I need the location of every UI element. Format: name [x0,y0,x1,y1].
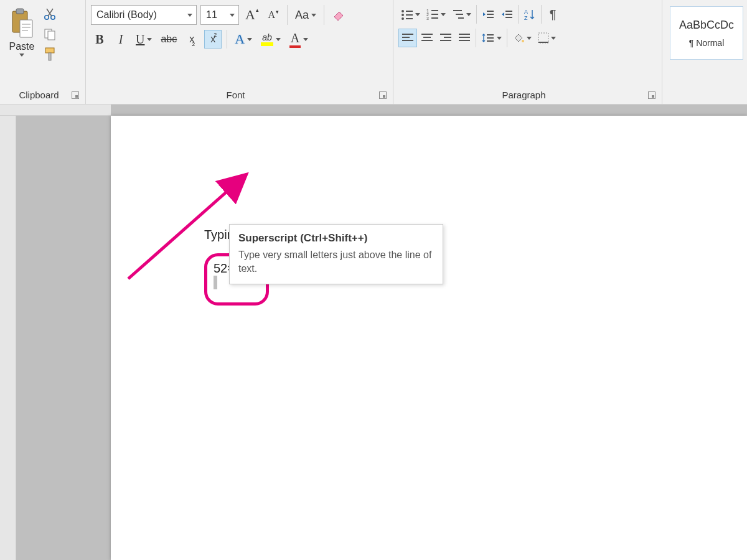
subscript-button[interactable]: x2 [183,30,200,49]
bullets-button[interactable] [398,5,423,24]
highlight-button[interactable]: ab [258,30,283,49]
svg-text:A: A [524,9,528,15]
copy-button[interactable] [41,26,59,42]
group-label-font: Font [92,90,379,100]
svg-rect-15 [406,14,413,16]
svg-rect-24 [453,10,462,11]
underline-button[interactable]: U [133,30,154,49]
svg-rect-37 [402,40,413,41]
page[interactable]: Typing Exponents 52=25 [111,116,747,560]
strikethrough-button[interactable]: abc [158,30,179,49]
font-dialog-launcher[interactable] [379,91,387,99]
svg-rect-9 [48,31,55,40]
justify-button[interactable] [456,29,473,47]
group-styles: AaBbCcDc ¶ Normal [662,0,747,104]
scissors-icon [43,7,57,21]
paragraph-dialog-launcher[interactable] [648,91,655,99]
svg-rect-41 [440,34,451,35]
text-effects-button[interactable]: A [232,30,255,49]
chevron-down-icon [247,38,252,41]
svg-rect-44 [459,34,470,35]
svg-text:Z: Z [524,15,528,21]
svg-rect-38 [421,34,433,35]
multilevel-list-button[interactable] [449,5,474,24]
decrease-indent-button[interactable] [479,5,497,24]
svg-rect-1 [16,9,24,14]
vertical-ruler [0,105,16,560]
align-left-button[interactable] [398,29,417,47]
bold-button[interactable]: B [91,30,108,49]
paste-icon [9,7,35,40]
sort-button[interactable]: AZ [521,5,538,24]
grow-font-button[interactable]: A ▴ [243,6,261,24]
svg-point-12 [402,10,404,12]
change-case-button[interactable]: Aa [293,6,319,24]
group-paragraph: 123 AZ ¶ [393,0,662,104]
justify-icon [458,33,471,43]
format-painter-icon [43,47,57,62]
chevron-down-icon [147,38,152,41]
chevron-down-icon [230,14,235,17]
svg-rect-26 [458,17,464,19]
paste-label: Paste [9,41,35,52]
chevron-down-icon [303,38,308,41]
paint-bucket-icon [512,32,525,44]
svg-rect-43 [440,40,451,41]
svg-rect-48 [487,37,494,39]
svg-rect-52 [538,42,548,43]
caret-down-icon: ▾ [276,9,279,15]
increase-indent-button[interactable] [498,5,515,24]
svg-rect-4 [22,27,31,28]
svg-rect-3 [22,24,31,25]
style-normal[interactable]: AaBbCcDc ¶ Normal [670,6,743,60]
font-name-value: Calibri (Body) [96,9,157,21]
paste-button[interactable]: Paste [5,5,39,59]
copy-icon [43,27,57,41]
align-right-button[interactable] [437,29,454,47]
svg-rect-45 [459,37,470,38]
format-painter-button[interactable] [41,46,59,62]
show-marks-button[interactable]: ¶ [544,5,561,24]
svg-rect-23 [431,17,438,19]
font-size-value: 11 [206,9,217,21]
caret-up-icon: ▴ [256,7,259,13]
svg-rect-51 [538,33,548,43]
borders-icon [538,32,549,44]
align-center-icon [421,33,433,43]
align-center-button[interactable] [418,29,436,47]
svg-rect-28 [487,14,494,15]
svg-rect-42 [444,37,451,38]
svg-rect-27 [487,11,494,12]
italic-button[interactable]: I [112,30,129,49]
shrink-font-button[interactable]: A ▾ [265,6,282,24]
svg-rect-47 [487,34,494,35]
font-size-combo[interactable]: 11 [200,5,239,25]
svg-rect-25 [456,14,463,15]
svg-rect-40 [421,40,433,41]
clear-formatting-button[interactable] [329,6,348,24]
shading-button[interactable] [510,29,534,47]
svg-rect-36 [402,37,410,38]
align-left-icon [402,33,414,43]
font-name-combo[interactable]: Calibri (Body) [91,5,197,25]
chevron-down-icon [19,54,24,57]
eraser-icon [332,8,345,22]
cut-button[interactable] [41,6,59,22]
tooltip-body: Type very small letters just above the l… [238,248,434,275]
multilevel-icon [452,9,464,20]
borders-button[interactable] [535,29,558,47]
line-spacing-button[interactable] [479,29,504,47]
superscript-button[interactable]: x2 [204,30,222,49]
chevron-down-icon [311,14,316,17]
chevron-down-icon [466,13,471,16]
svg-rect-11 [49,53,51,60]
svg-rect-35 [402,34,413,35]
svg-rect-2 [20,20,32,37]
numbering-button[interactable]: 123 [424,5,448,24]
chevron-down-icon [551,37,556,40]
font-color-button[interactable]: A [287,30,311,49]
text-cursor-icon [214,276,217,289]
clipboard-dialog-launcher[interactable] [72,91,79,99]
svg-rect-29 [487,17,494,18]
svg-text:3: 3 [426,16,429,20]
